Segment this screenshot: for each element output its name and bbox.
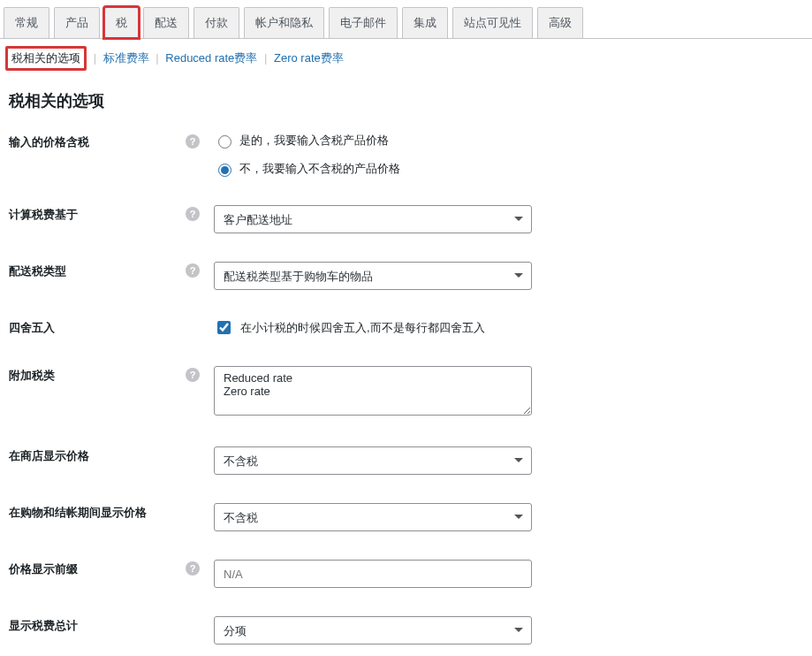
tax-settings-form: 输入的价格含税 ? 是的，我要输入含税产品价格 不，我要输入不含税的产品价格 计… — [0, 118, 812, 656]
help-icon[interactable]: ? — [186, 263, 200, 278]
textarea-additional-tax[interactable] — [214, 366, 532, 416]
label-display-cart: 在购物和结帐期间显示价格 — [0, 489, 186, 545]
select-display-shop[interactable]: 不含税 — [214, 446, 532, 475]
checkbox-rounding[interactable] — [217, 321, 231, 334]
tab-advanced[interactable]: 高级 — [537, 7, 583, 38]
tab-shipping[interactable]: 配送 — [143, 7, 189, 38]
help-icon[interactable]: ? — [186, 368, 200, 382]
settings-tabs: 常规 产品 税 配送 付款 帐户和隐私 电子邮件 集成 站点可见性 高级 — [0, 0, 812, 39]
tab-integration[interactable]: 集成 — [402, 7, 448, 38]
select-shipping-tax-class[interactable]: 配送税类型基于购物车的物品 — [214, 262, 532, 290]
select-display-cart[interactable]: 不含税 — [214, 503, 532, 531]
checkbox-rounding-label: 在小计税的时候四舍五入,而不是每行都四舍五入 — [240, 320, 485, 336]
help-icon[interactable]: ? — [186, 561, 200, 576]
label-tax-based-on: 计算税费基于 — [0, 191, 186, 248]
select-tax-total-display[interactable]: 分项 — [214, 616, 532, 645]
subtab-reduced-rates[interactable]: Reduced rate费率 — [165, 51, 257, 65]
section-title: 税相关的选项 — [9, 90, 812, 111]
label-display-shop: 在商店显示价格 — [0, 432, 186, 489]
select-tax-based-on[interactable]: 客户配送地址 — [214, 205, 532, 233]
subtab-tax-options[interactable]: 税相关的选项 — [5, 46, 87, 71]
tab-tax[interactable]: 税 — [104, 7, 139, 38]
tax-subtabs: 税相关的选项 | 标准费率 | Reduced rate费率 | Zero ra… — [0, 39, 812, 76]
radio-prices-include-yes[interactable] — [218, 135, 231, 149]
tab-general[interactable]: 常规 — [4, 7, 49, 38]
input-price-suffix[interactable] — [214, 560, 532, 588]
tab-accounts[interactable]: 帐户和隐私 — [244, 7, 324, 38]
label-shipping-tax-class: 配送税类型 — [0, 248, 186, 304]
tab-products[interactable]: 产品 — [54, 7, 100, 38]
help-icon[interactable]: ? — [186, 207, 200, 221]
tab-site-visibility[interactable]: 站点可见性 — [452, 7, 533, 38]
subtab-standard-rates[interactable]: 标准费率 — [103, 51, 149, 65]
label-price-suffix: 价格显示前缀 — [0, 545, 186, 602]
tab-emails[interactable]: 电子邮件 — [329, 7, 398, 38]
radio-label-yes: 是的，我要输入含税产品价格 — [239, 133, 389, 149]
radio-label-no: 不，我要输入不含税的产品价格 — [239, 161, 400, 177]
radio-prices-include-no[interactable] — [218, 164, 231, 177]
subtab-zero-rates[interactable]: Zero rate费率 — [274, 51, 344, 65]
help-icon[interactable]: ? — [186, 134, 200, 149]
label-additional-tax: 附加税类 — [0, 352, 186, 432]
label-rounding: 四舍五入 — [0, 304, 186, 352]
label-prices-include-tax: 输入的价格含税 — [0, 118, 186, 191]
label-tax-total-display: 显示税费总计 — [0, 602, 186, 656]
tab-payments[interactable]: 付款 — [194, 7, 239, 38]
